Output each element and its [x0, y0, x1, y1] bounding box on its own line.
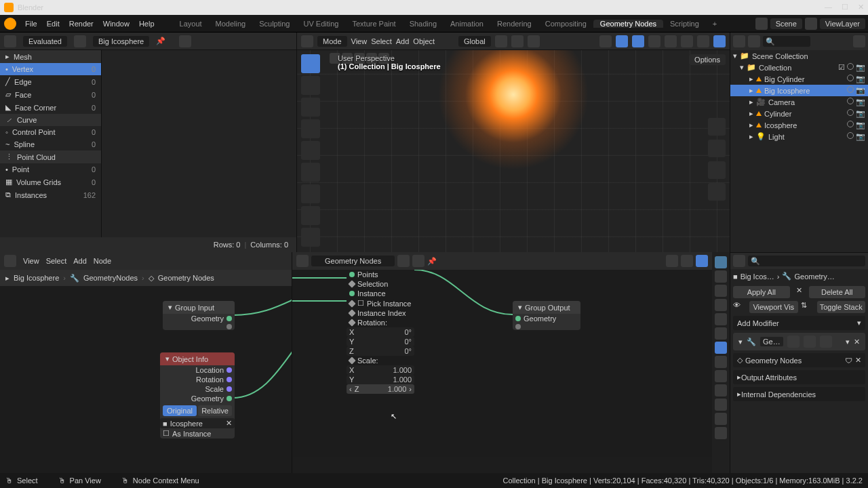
menu-edit[interactable]: Edit [42, 20, 64, 28]
menu-help[interactable]: Help [134, 20, 159, 28]
object-picker[interactable]: ■Icosphere✕ [160, 418, 235, 428]
layer-browse-icon[interactable] [805, 18, 817, 30]
tab-constraints-icon[interactable] [715, 384, 727, 396]
menu-select[interactable]: Select [46, 257, 67, 265]
shield-icon[interactable] [397, 255, 410, 267]
editor-type-icon[interactable] [733, 255, 745, 267]
filter-icon[interactable] [179, 35, 191, 47]
menu-window[interactable]: Window [98, 20, 134, 28]
filter-icon[interactable] [853, 35, 865, 47]
tab-layout[interactable]: Layout [173, 20, 209, 28]
viewlayer-field[interactable]: ViewLayer [820, 18, 865, 29]
menu-render[interactable]: Render [64, 20, 98, 28]
blender-logo-icon[interactable] [4, 18, 16, 30]
rotation-x[interactable]: X0° [347, 327, 414, 337]
editor-type-icon[interactable] [301, 35, 313, 47]
nodegroup-name[interactable]: Geometry Nodes [311, 256, 395, 266]
persp-ortho-icon[interactable] [708, 183, 726, 201]
eval-dropdown[interactable]: Evaluated [23, 36, 67, 47]
outliner-item[interactable]: ▸🎥Camera📷 [730, 96, 868, 108]
output-attrs-panel[interactable]: ▸Output Attributes [733, 370, 865, 384]
menu-add[interactable]: Add [73, 257, 87, 265]
close-icon[interactable]: ✕ [858, 3, 864, 12]
tab-physics-icon[interactable] [715, 370, 727, 382]
pin-icon[interactable]: 📌 [427, 257, 437, 266]
snap-icon[interactable] [511, 35, 524, 47]
scale-z[interactable]: ‹Z1.000› [347, 384, 414, 394]
as-instance-checkbox[interactable]: ☐As Instance [160, 428, 235, 439]
tab-sculpting[interactable]: Sculpting [252, 20, 296, 28]
tool-add-icon[interactable] [301, 228, 320, 247]
tab-particles-icon[interactable] [715, 356, 727, 368]
toggle-original[interactable]: Original [163, 405, 197, 416]
apply-all-button[interactable]: Apply All [733, 286, 790, 298]
editor-type-icon[interactable] [4, 35, 16, 47]
node-breadcrumb[interactable]: ▸Big Icosphere ›🔧GeometryNodes ›◇Geometr… [0, 270, 292, 286]
tab-data-icon[interactable] [715, 399, 727, 411]
pin-icon[interactable]: 📌 [156, 37, 165, 45]
menu-file[interactable]: File [20, 20, 42, 28]
zoom-icon[interactable] [708, 118, 726, 136]
tab-geometry-nodes[interactable]: Geometry Nodes [593, 20, 663, 28]
outliner-item[interactable]: ▸Cylinder📷 [730, 108, 868, 119]
tab-compositing[interactable]: Compositing [538, 20, 593, 28]
tab-scene-icon[interactable] [715, 299, 727, 311]
options-dropdown[interactable]: Options [689, 54, 726, 65]
properties-search[interactable] [748, 256, 865, 266]
object-field[interactable]: Big Icosphere [93, 36, 149, 47]
maximize-icon[interactable]: ☐ [842, 3, 848, 12]
visibility-icon[interactable] [599, 35, 612, 47]
viewport-vis-button[interactable]: Viewport Vis [749, 301, 798, 313]
tool-annotate-icon[interactable] [301, 184, 320, 203]
proportional-icon[interactable] [528, 35, 540, 47]
editor-type-icon[interactable] [733, 35, 745, 47]
rotation-z[interactable]: Z0° [347, 346, 414, 356]
arrow-icon[interactable] [666, 255, 678, 267]
outliner-root[interactable]: ▾📁Scene Collection [730, 50, 868, 62]
menu-view[interactable]: View [351, 37, 368, 45]
overlay-icon[interactable] [632, 35, 644, 47]
toggle-stack-button[interactable]: Toggle Stack [817, 301, 866, 313]
domain-curve[interactable]: ⟋Curve [0, 114, 101, 126]
tab-modeling[interactable]: Modeling [209, 20, 253, 28]
outliner-item[interactable]: ▸Icosphere📷 [730, 119, 868, 131]
domain-pointcloud[interactable]: ⋮Point Cloud [0, 150, 101, 163]
domain-mesh[interactable]: ▸Mesh [0, 50, 101, 63]
tab-scripting[interactable]: Scripting [663, 20, 706, 28]
node-instance-on-points[interactable]: Points Selection Instance ☐Pick Instance… [347, 270, 414, 394]
tab-rendering[interactable]: Rendering [490, 20, 538, 28]
outliner-collection[interactable]: ▾📁Collection☑📷 [730, 62, 868, 73]
node-object-info[interactable]: ▾Object Info Location Rotation Scale Geo… [160, 352, 235, 439]
camera-view-icon[interactable] [708, 161, 726, 179]
domain-face-corner[interactable]: ◣Face Corner0 [0, 101, 101, 114]
domain-point[interactable]: •Point0 [0, 163, 101, 176]
node-canvas[interactable]: ▾Group Input Geometry ▾Object Info Locat… [0, 286, 292, 473]
viewport-vis-icon[interactable]: 👁 [733, 301, 747, 313]
scene-browse-icon[interactable] [755, 18, 768, 30]
tool-rotate-icon[interactable] [301, 119, 320, 138]
tool-transform-icon[interactable] [301, 163, 320, 182]
outliner-search[interactable] [763, 36, 810, 47]
close-icon[interactable]: ✕ [793, 286, 806, 298]
shading-wire-icon[interactable] [665, 35, 677, 47]
tool-select-icon[interactable] [301, 54, 320, 73]
tab-texture-icon[interactable] [715, 427, 727, 439]
editor-type-icon[interactable] [4, 255, 16, 267]
tab-viewlayer-icon[interactable] [715, 285, 727, 297]
tab-world-icon[interactable] [715, 313, 727, 325]
edit-mode-icon[interactable] [787, 336, 800, 348]
menu-add[interactable]: Add [396, 37, 410, 45]
menu-object[interactable]: Object [413, 37, 435, 45]
menu-node[interactable]: Node [94, 257, 111, 265]
unlink-icon[interactable] [412, 255, 425, 267]
outliner-item[interactable]: ▸Big Cylinder📷 [730, 73, 868, 85]
overlay-icon[interactable] [696, 255, 708, 267]
node-canvas-right[interactable]: Points Selection Instance ☐Pick Instance… [292, 270, 712, 457]
node-group-output[interactable]: ▾Group Output Geometry [513, 301, 580, 330]
domain-ctrlpoint[interactable]: ◦Control Point0 [0, 126, 101, 138]
domain-vertex[interactable]: •Vertex0 [0, 63, 101, 75]
shading-solid-icon[interactable] [681, 35, 693, 47]
add-workspace-icon[interactable]: + [706, 20, 724, 28]
shading-rendered-icon[interactable] [713, 35, 726, 47]
snap-icon[interactable] [681, 255, 693, 267]
